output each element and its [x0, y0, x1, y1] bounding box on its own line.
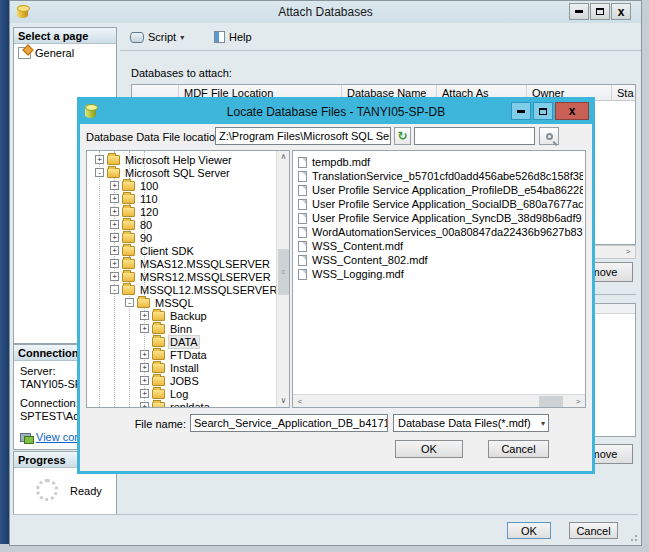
chevron-down-icon[interactable]: ▾: [180, 33, 184, 42]
expand-icon[interactable]: +: [110, 259, 119, 268]
collapse-icon[interactable]: -: [125, 298, 134, 307]
expand-icon[interactable]: +: [140, 324, 149, 333]
file-item[interactable]: User Profile Service Application_SocialD…: [295, 197, 583, 211]
tree-item[interactable]: +Client SDK: [87, 244, 276, 257]
file-item-label[interactable]: WSS_Content_802.mdf: [312, 254, 428, 266]
file-item-label[interactable]: TranslationService_b5701cfd0add456abe526…: [312, 170, 583, 182]
tree-item-label[interactable]: 120: [138, 206, 160, 218]
tree-item[interactable]: -Microsoft SQL Server: [87, 166, 276, 179]
tree-item-label[interactable]: MSAS12.MSSQLSERVER: [138, 258, 272, 270]
maximize-button[interactable]: [590, 3, 610, 20]
tree-item-label[interactable]: Backup: [168, 310, 209, 322]
file-item[interactable]: WSS_Content.mdf: [295, 239, 583, 253]
tree-item-label[interactable]: Install: [168, 362, 201, 374]
collapse-icon[interactable]: -: [95, 168, 104, 177]
tree-item[interactable]: +Backup: [87, 309, 276, 322]
tree-item-label[interactable]: Microsoft SQL Server: [123, 167, 232, 179]
expand-icon[interactable]: +: [110, 233, 119, 242]
search-input[interactable]: [414, 127, 535, 145]
expand-icon[interactable]: +: [140, 389, 149, 398]
tree-item-label[interactable]: Microsoft Help Viewer: [123, 154, 234, 166]
expand-icon[interactable]: +: [140, 311, 149, 320]
location-input[interactable]: Z:\Program Files\Microsoft SQL Server\MS…: [215, 127, 391, 145]
file-type-dropdown[interactable]: Database Data Files(*.mdf) ▾: [393, 414, 549, 432]
tree-item[interactable]: +Install: [87, 361, 276, 374]
file-list[interactable]: tempdb.mdfTranslationService_b5701cfd0ad…: [292, 150, 586, 408]
locate-cancel-button[interactable]: Cancel: [488, 440, 549, 458]
tree-item[interactable]: +110: [87, 192, 276, 205]
refresh-button[interactable]: ↻: [394, 127, 411, 145]
tree-item[interactable]: +100: [87, 179, 276, 192]
folder-tree[interactable]: +Microsoft Help Viewer-Microsoft SQL Ser…: [86, 150, 290, 408]
scroll-up-arrow[interactable]: ∧: [277, 151, 290, 163]
tree-item-label[interactable]: repldata: [168, 401, 212, 409]
main-ok-button[interactable]: OK: [507, 522, 551, 539]
tree-item-label[interactable]: DATA: [168, 335, 200, 349]
tree-item-label[interactable]: MSSQL12.MSSQLSERVER: [138, 284, 279, 296]
tree-item[interactable]: -MSSQL: [87, 296, 276, 309]
tree-item[interactable]: DATA: [87, 335, 276, 348]
tree-item[interactable]: +90: [87, 231, 276, 244]
tree-item-label[interactable]: MSRS12.MSSQLSERVER: [138, 271, 273, 283]
tree-item-label[interactable]: Binn: [168, 323, 194, 335]
sidebar-item-general[interactable]: General: [14, 44, 116, 61]
tree-item[interactable]: +MSAS12.MSSQLSERVER: [87, 257, 276, 270]
scrollbar-thumb[interactable]: ≡: [278, 249, 289, 295]
tree-item[interactable]: +FTData: [87, 348, 276, 361]
tree-item-label[interactable]: Log: [168, 388, 190, 400]
resize-grip[interactable]: [630, 534, 638, 542]
help-button[interactable]: Help: [210, 29, 256, 45]
file-item-label[interactable]: WordAutomationServices_00a80847da22436b9…: [312, 226, 583, 238]
scroll-down-arrow[interactable]: ∨: [277, 395, 290, 407]
minimize-button[interactable]: [569, 3, 589, 20]
tree-item[interactable]: +80: [87, 218, 276, 231]
tree-item-label[interactable]: Client SDK: [138, 245, 196, 257]
file-name-input[interactable]: Search_Service_Application_DB_b417163c93…: [190, 414, 388, 432]
tree-item-label[interactable]: 90: [138, 232, 154, 244]
file-item[interactable]: TranslationService_b5701cfd0add456abe526…: [295, 169, 583, 183]
column-header-status[interactable]: Sta: [612, 85, 636, 100]
close-button[interactable]: x: [555, 102, 589, 120]
main-cancel-button[interactable]: Cancel: [569, 522, 618, 539]
file-item[interactable]: tempdb.mdf: [295, 155, 583, 169]
file-item[interactable]: WordAutomationServices_00a80847da22436b9…: [295, 225, 583, 239]
search-button[interactable]: [539, 127, 559, 145]
file-item-label[interactable]: tempdb.mdf: [312, 156, 370, 168]
tree-item-label[interactable]: FTData: [168, 349, 209, 361]
file-item[interactable]: User Profile Service Application_Profile…: [295, 183, 583, 197]
tree-item-label[interactable]: MSSQL: [153, 297, 196, 309]
expand-icon[interactable]: +: [140, 363, 149, 372]
tree-item[interactable]: +Log: [87, 387, 276, 400]
expand-icon[interactable]: +: [110, 246, 119, 255]
collapse-icon[interactable]: -: [110, 285, 119, 294]
close-button[interactable]: x: [611, 3, 631, 20]
tree-item[interactable]: +repldata: [87, 400, 276, 408]
scroll-left-arrow[interactable]: <: [293, 395, 307, 408]
scroll-right-arrow[interactable]: >: [571, 395, 585, 408]
expand-icon[interactable]: +: [140, 376, 149, 385]
expand-icon[interactable]: +: [110, 181, 119, 190]
tree-item-label[interactable]: 80: [138, 219, 154, 231]
file-item[interactable]: WSS_Logging.mdf: [295, 267, 583, 281]
file-item-label[interactable]: User Profile Service Application_Profile…: [312, 184, 583, 196]
locate-ok-button[interactable]: OK: [395, 440, 463, 458]
tree-item[interactable]: +Binn: [87, 322, 276, 335]
tree-item[interactable]: +120: [87, 205, 276, 218]
file-item-label[interactable]: WSS_Content.mdf: [312, 240, 403, 252]
scroll-right-arrow[interactable]: >: [621, 246, 635, 258]
file-item-label[interactable]: WSS_Logging.mdf: [312, 268, 404, 280]
file-item-label[interactable]: User Profile Service Application_SyncDB_…: [312, 212, 583, 224]
expand-icon[interactable]: +: [110, 272, 119, 281]
tree-item[interactable]: -MSSQL12.MSSQLSERVER: [87, 283, 276, 296]
minimize-button[interactable]: [511, 102, 531, 120]
expand-icon[interactable]: +: [110, 220, 119, 229]
file-item[interactable]: User Profile Service Application_SyncDB_…: [295, 211, 583, 225]
script-button[interactable]: Script ▾: [126, 29, 188, 45]
expand-icon[interactable]: +: [95, 155, 104, 164]
tree-item-label[interactable]: 110: [138, 193, 160, 205]
maximize-button[interactable]: [533, 102, 553, 120]
tree-item[interactable]: +JOBS: [87, 374, 276, 387]
scrollbar-thumb[interactable]: [539, 396, 563, 407]
file-list-hscrollbar[interactable]: < >: [293, 394, 585, 407]
tree-item-label[interactable]: JOBS: [168, 375, 201, 387]
